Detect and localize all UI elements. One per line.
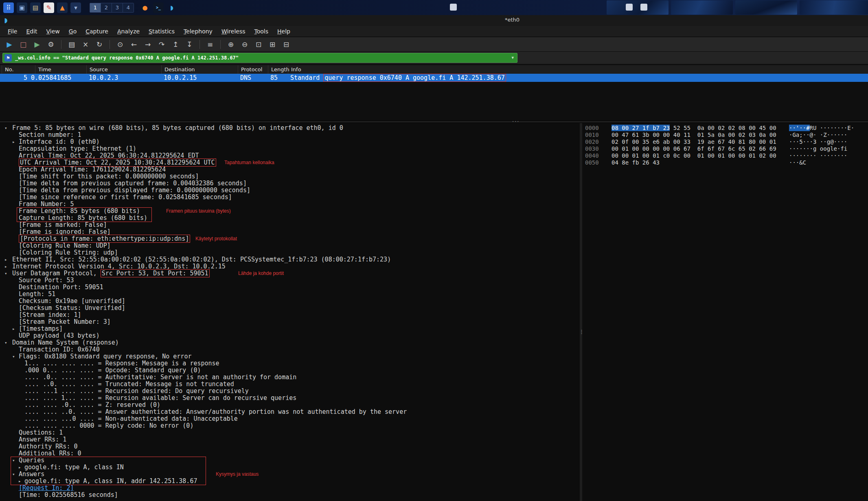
column-header-info[interactable]: Info: [288, 65, 301, 74]
expanded-arrow-icon[interactable]: ▾: [4, 270, 7, 277]
layout-button[interactable]: ⊟: [280, 39, 292, 50]
expanded-arrow-icon[interactable]: ▾: [12, 353, 15, 360]
tray-icon-2[interactable]: [640, 4, 647, 11]
menu-item-help[interactable]: Help: [273, 26, 295, 37]
start-capture-button[interactable]: ▶: [3, 39, 15, 50]
detail-line[interactable]: [Request In: 2]: [0, 485, 580, 492]
detail-line[interactable]: Checksum: 0x19ae [unverified]: [0, 298, 580, 305]
detail-line[interactable]: ▸Internet Protocol Version 4, Src: 10.0.…: [0, 263, 580, 270]
detail-line[interactable]: ▸google.fi: type A, class IN: [0, 464, 580, 471]
collapsed-arrow-icon[interactable]: ▸: [4, 256, 7, 263]
detail-line[interactable]: ▾User Datagram Protocol, Src Port: 53, D…: [0, 270, 580, 277]
menu-item-tools[interactable]: Tools: [250, 26, 273, 37]
collapsed-arrow-icon[interactable]: ▸: [18, 464, 21, 471]
go-to-packet-button[interactable]: ↷: [156, 39, 168, 50]
detail-line[interactable]: [Checksum Status: Unverified]: [0, 305, 580, 312]
detail-line[interactable]: [Stream Packet Number: 3]: [0, 319, 580, 325]
menu-item-view[interactable]: View: [42, 26, 64, 37]
hex-row[interactable]: 000008 00 27 1f b7 23 52 55 0a 00 02 02 …: [582, 125, 868, 132]
display-filter-input[interactable]: ⚑ _ws.col.info == "Standard query respon…: [2, 53, 517, 63]
packet-details-pane[interactable]: ▾Frame 5: 85 bytes on wire (680 bits), 8…: [0, 123, 580, 501]
menu-item-go[interactable]: Go: [64, 26, 81, 37]
file-manager-icon[interactable]: ▤: [30, 2, 41, 13]
detail-line[interactable]: ▸Interface id: 0 (eth0): [0, 138, 580, 145]
detail-line[interactable]: Authority RRs: 0: [0, 443, 580, 450]
menu-item-analyze[interactable]: Analyze: [113, 26, 144, 37]
find-packet-button[interactable]: ⊙: [114, 39, 126, 50]
expanded-arrow-icon[interactable]: ▾: [4, 339, 7, 346]
detail-line[interactable]: ▸[Timestamps]: [0, 325, 580, 332]
detail-line[interactable]: Additional RRs: 0: [0, 450, 580, 457]
column-header-source[interactable]: Source: [86, 65, 108, 74]
auto-scroll-button[interactable]: ≡: [204, 39, 216, 50]
detail-line[interactable]: [Stream index: 1]: [0, 312, 580, 319]
detail-line[interactable]: Length: 51: [0, 291, 580, 298]
detail-line[interactable]: Frame Number: 5: [0, 201, 580, 208]
collapsed-arrow-icon[interactable]: ▸: [12, 325, 15, 332]
menu-item-file[interactable]: File: [3, 26, 22, 37]
packet-row[interactable]: 50.02584168510.0.2.310.0.2.15DNS85Standa…: [0, 74, 868, 82]
detail-line[interactable]: [Coloring Rule Name: UDP]: [0, 242, 580, 249]
hex-row[interactable]: 003000 01 00 00 00 00 06 67 6f 6f 67 6c …: [582, 145, 868, 152]
detail-line[interactable]: 1... .... .... .... = Response: Message …: [0, 360, 580, 367]
filter-dropdown-icon[interactable]: ▾: [511, 55, 514, 60]
terminal-icon[interactable]: >_: [153, 2, 164, 13]
detail-line[interactable]: Destination Port: 59051: [0, 284, 580, 291]
detail-line[interactable]: ▾Answers: [0, 471, 580, 478]
titlebar[interactable]: ◗ *eth0: [0, 15, 868, 26]
column-header-no[interactable]: No.: [2, 65, 14, 74]
zoom-out-button[interactable]: ⊖: [239, 39, 251, 50]
detail-line[interactable]: UDP payload (43 bytes): [0, 332, 580, 339]
detail-line[interactable]: ▾Frame 5: 85 bytes on wire (680 bits), 8…: [0, 125, 580, 132]
reload-file-button[interactable]: ↻: [93, 39, 105, 50]
column-header-time[interactable]: Time: [35, 65, 51, 74]
hex-row[interactable]: 005004 8e fb 26 43···&C: [582, 159, 868, 166]
menu-item-capture[interactable]: Capture: [81, 26, 113, 37]
detail-line[interactable]: .... .... ...0 .... = Non-authenticated …: [0, 415, 580, 422]
detail-line[interactable]: .... .... ..0. .... = Answer authenticat…: [0, 409, 580, 415]
detail-line[interactable]: Frame Length: 85 bytes (680 bits): [0, 208, 580, 215]
detail-line[interactable]: Encapsulation type: Ethernet (1): [0, 145, 580, 152]
zoom-in-button[interactable]: ⊕: [225, 39, 237, 50]
taskbar-window-icon[interactable]: [450, 4, 457, 11]
detail-line[interactable]: Capture Length: 85 bytes (680 bits): [0, 215, 580, 222]
workspace-3[interactable]: 3: [112, 3, 123, 12]
menu-item-telephony[interactable]: Telephony: [179, 26, 217, 37]
detail-line[interactable]: Section number: 1: [0, 132, 580, 138]
flame-app-icon[interactable]: ▲: [57, 2, 68, 13]
menu-item-wireless[interactable]: Wireless: [217, 26, 250, 37]
detail-line[interactable]: ▸google.fi: type A, class IN, addr 142.2…: [0, 478, 580, 485]
stop-capture-button[interactable]: □: [17, 39, 29, 50]
detail-line[interactable]: [Time delta from previous captured frame…: [0, 180, 580, 187]
detail-line[interactable]: UTC Arrival Time: Oct 22, 2025 10:30:24.…: [0, 159, 580, 166]
capture-options-button[interactable]: ⚙: [45, 39, 57, 50]
detail-line[interactable]: [Time: 0.025568516 seconds]: [0, 492, 580, 499]
go-last-packet-button[interactable]: ↧: [183, 39, 195, 50]
expanded-arrow-icon[interactable]: ▾: [12, 457, 15, 464]
go-forward-button[interactable]: →: [142, 39, 154, 50]
resize-columns-button[interactable]: ⊞: [266, 39, 278, 50]
detail-line[interactable]: .... ..0. .... .... = Truncated: Message…: [0, 381, 580, 388]
zoom-100-button[interactable]: ⊡: [252, 39, 265, 50]
firefox-icon[interactable]: ●: [140, 2, 150, 13]
detail-line[interactable]: Questions: 1: [0, 429, 580, 436]
detail-line[interactable]: [Time since reference or first frame: 0.…: [0, 194, 580, 201]
detail-line[interactable]: Transaction ID: 0x6740: [0, 346, 580, 353]
detail-line[interactable]: [Time shift for this packet: 0.000000000…: [0, 173, 580, 180]
detail-line[interactable]: ▾Domain Name System (response): [0, 339, 580, 346]
detail-line[interactable]: Answer RRs: 1: [0, 436, 580, 443]
filter-bookmark-icon[interactable]: ⚑: [4, 54, 12, 62]
workspace-4[interactable]: 4: [123, 3, 134, 12]
tray-icon-1[interactable]: [626, 4, 633, 11]
open-file-button[interactable]: ▤: [66, 39, 78, 50]
packet-bytes-pane[interactable]: 000008 00 27 1f b7 23 52 55 0a 00 02 02 …: [582, 123, 868, 501]
column-header-length[interactable]: Length: [268, 65, 289, 74]
app-launcher-icon[interactable]: ⠿: [3, 2, 14, 13]
expanded-arrow-icon[interactable]: ▾: [4, 125, 7, 132]
column-header-destination[interactable]: Destination: [161, 65, 195, 74]
restart-capture-button[interactable]: ▶: [31, 39, 43, 50]
detail-line[interactable]: Epoch Arrival Time: 1761129024.812295624: [0, 166, 580, 173]
detail-line[interactable]: .... .... .0.. .... = Z: reserved (0): [0, 402, 580, 409]
menu-item-statistics[interactable]: Statistics: [144, 26, 179, 37]
collapsed-arrow-icon[interactable]: ▸: [18, 478, 21, 485]
